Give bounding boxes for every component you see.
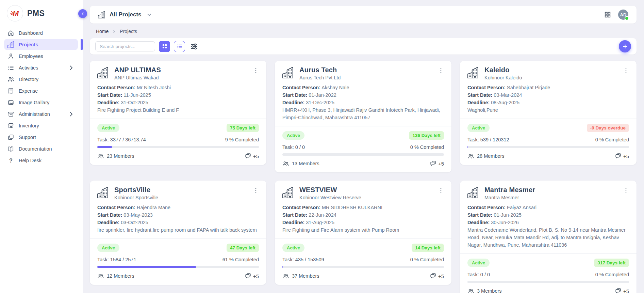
completed-percent: 9 % Completed — [225, 137, 259, 142]
sidebar-item-label: Image Gallary — [19, 100, 49, 105]
shop-icon — [7, 122, 14, 129]
sidebar-item-documentation[interactable]: Documentation — [4, 143, 78, 154]
card-menu-button[interactable] — [623, 67, 629, 74]
start-date-line: Start Date: 03-May-2023 — [97, 211, 259, 219]
days-badge: 47 Days left — [227, 244, 259, 252]
chat-count: +5 — [253, 273, 259, 279]
sidebar-item-label: Administration — [19, 111, 50, 117]
project-card[interactable]: Mantra Mesmer Mantra Mesmer Contact Pers… — [460, 181, 637, 293]
chat-count: +5 — [623, 153, 629, 159]
task-count: Task: 1584 / 2571 — [97, 257, 136, 262]
task-count: Task: 3377 / 36713.74 — [97, 137, 146, 142]
start-date-line: Start Date: 01-Jan-2022 — [282, 91, 444, 99]
status-badge: Active — [467, 124, 490, 132]
sliders-icon — [190, 43, 198, 50]
buildings-icon — [97, 67, 109, 78]
chat-button[interactable]: +5 — [615, 288, 629, 293]
svg-text:?: ? — [9, 157, 13, 163]
members-count: 23 Members — [97, 153, 134, 159]
sidebar-item-label: Documentation — [19, 146, 52, 152]
card-menu-button[interactable] — [253, 187, 259, 194]
project-subtitle: Kohinoor Kaleido — [484, 75, 617, 80]
card-menu-button[interactable] — [623, 187, 629, 194]
members-icon — [97, 273, 104, 279]
status-badge: Active — [97, 124, 119, 132]
task-count: Task: 539 / 120312 — [467, 137, 509, 142]
project-subtitle: Kohinoor Westview Reserve — [299, 195, 432, 200]
card-menu-button[interactable] — [253, 67, 259, 74]
sidebar-item-employees[interactable]: Employees — [4, 50, 78, 62]
card-menu-button[interactable] — [438, 67, 444, 74]
chat-count: +5 — [253, 153, 259, 159]
list-view-button[interactable] — [174, 41, 185, 52]
sidebar-item-help-desk[interactable]: ? Help Desk — [4, 155, 78, 166]
chat-button[interactable]: +5 — [245, 153, 259, 159]
sidebar-item-expense[interactable]: Expense — [4, 85, 78, 96]
days-badge: 317 Days left — [594, 259, 629, 267]
chat-button[interactable]: +5 — [430, 273, 444, 279]
question-icon: ? — [7, 157, 14, 164]
project-name: SportsVille — [114, 186, 247, 194]
progress-bar — [467, 146, 629, 148]
sidebar-item-support[interactable]: Support — [4, 132, 78, 143]
sidebar-item-projects[interactable]: Projects — [4, 39, 78, 50]
deadline-line: Deadline: 31-Aug-2025 — [282, 219, 444, 226]
breadcrumb-home[interactable]: Home — [96, 29, 109, 34]
project-card[interactable]: ANP ULTIMAS ANP Ultimas Wakad Contact Pe… — [90, 61, 266, 165]
chevron-left-icon — [81, 12, 85, 16]
receipt-icon — [7, 88, 14, 94]
chat-button[interactable]: +5 — [430, 160, 444, 167]
sidebar-item-inventory[interactable]: Inventory — [4, 120, 78, 131]
chat-count: +5 — [438, 273, 444, 279]
add-project-button[interactable] — [619, 40, 631, 52]
search-input[interactable] — [95, 41, 155, 51]
start-date-line: Start Date: 03-Mar-2024 — [467, 91, 629, 99]
top-header: All Projects AD — [90, 6, 637, 24]
start-date-line: Start Date: 11-Jun-2025 — [97, 91, 259, 99]
submenu-chevron-icon — [68, 111, 75, 118]
svg-text:M: M — [13, 10, 19, 18]
contact-person-line: Contact Person: MR SIDDHESH KULKARNI — [282, 204, 444, 211]
completed-percent: 61 % Completed — [222, 257, 259, 262]
project-card[interactable]: Kaleido Kohinoor Kaleido Contact Person:… — [460, 61, 637, 165]
card-menu-button[interactable] — [438, 187, 444, 194]
project-card[interactable]: SportsVille Kohinoor Sportsville Contact… — [90, 181, 266, 285]
project-description: Mantra Codename Wonderland, Plot B, S. N… — [467, 226, 629, 249]
sidebar-item-activities[interactable]: Activities — [4, 62, 78, 73]
project-name: Kaleido — [484, 66, 617, 74]
filter-button[interactable] — [189, 41, 199, 51]
project-name: Aurus Tech — [299, 66, 432, 74]
members-icon — [467, 288, 474, 293]
deadline-line: Deadline: 31-Dec-2025 — [282, 99, 444, 106]
project-card[interactable]: Aurus Tech Aurus Tech Pvt Ltd Contact Pe… — [275, 61, 451, 172]
project-name: ANP ULTIMAS — [114, 66, 247, 74]
project-description: Wagholi,Pune — [467, 106, 629, 114]
user-avatar[interactable]: AD — [618, 10, 628, 20]
project-subtitle: Kohinoor Sportsville — [114, 195, 247, 200]
sidebar-item-label: Projects — [19, 42, 38, 47]
sidebar-collapse-button[interactable] — [78, 9, 87, 18]
sidebar-item-administration[interactable]: Administration — [4, 108, 78, 120]
chat-count: +5 — [623, 288, 629, 293]
grid-view-icon — [162, 43, 168, 49]
sidebar-item-directory[interactable]: Directory — [4, 74, 78, 85]
buildings-icon — [97, 187, 109, 198]
sidebar-item-image-gallary[interactable]: Image Gallary — [4, 97, 78, 108]
apps-grid-button[interactable] — [604, 11, 611, 18]
sidebar: M PMS Dashboard Projects Employees Activ… — [0, 0, 83, 293]
submenu-chevron-icon — [68, 64, 75, 71]
days-badge: 75 Days left — [227, 124, 259, 132]
members-icon — [467, 153, 474, 159]
sidebar-item-dashboard[interactable]: Dashboard — [4, 27, 78, 38]
logo-m-icon: M — [7, 5, 23, 21]
members-count: 28 Members — [467, 153, 505, 159]
chat-button[interactable]: +5 — [245, 273, 259, 279]
chat-button[interactable]: +5 — [615, 153, 629, 159]
grid-view-button[interactable] — [159, 41, 170, 52]
members-count: 3 Members — [467, 288, 502, 293]
progress-bar — [97, 266, 259, 268]
project-name: Mantra Mesmer — [484, 186, 617, 194]
project-description: HMRR+4XH, Phase 3, Hinjawadi Rajiv Gandh… — [282, 106, 444, 121]
project-selector-dropdown[interactable]: All Projects — [98, 11, 152, 18]
project-card[interactable]: WESTVIEW Kohinoor Westview Reserve Conta… — [275, 181, 451, 285]
